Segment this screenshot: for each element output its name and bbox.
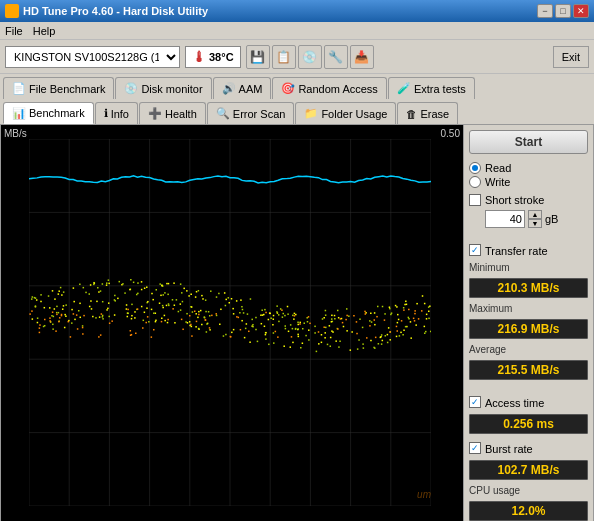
tab-erase[interactable]: 🗑 Erase (397, 102, 458, 124)
burst-rate-checkbox-box[interactable]: ✓ (469, 442, 481, 454)
aam-label: AAM (239, 83, 263, 95)
file-benchmark-label: File Benchmark (29, 83, 105, 95)
stroke-value-input[interactable] (485, 210, 525, 228)
burst-rate-value: 102.7 MB/s (469, 460, 588, 480)
tab-disk-monitor[interactable]: 💿 Disk monitor (115, 77, 211, 99)
toolbar-btn-4[interactable]: 🔧 (324, 45, 348, 69)
burst-rate-checkbox[interactable]: ✓ Burst rate (469, 440, 588, 455)
toolbar-icons: 💾 📋 💿 🔧 📥 (246, 45, 374, 69)
thermometer-icon: 🌡 (192, 49, 206, 65)
app-title: HD Tune Pro 4.60 - Hard Disk Utility (23, 5, 208, 17)
burst-rate-label: Burst rate (485, 443, 533, 455)
title-controls: − □ ✕ (537, 4, 589, 18)
folder-usage-icon: 📁 (304, 107, 318, 120)
write-label: Write (485, 176, 510, 188)
tabs-row1: 📄 File Benchmark 💿 Disk monitor 🔊 AAM 🎯 … (0, 74, 594, 99)
extra-tests-icon: 🧪 (397, 82, 411, 95)
transfer-rate-checkbox[interactable]: ✓ Transfer rate (469, 242, 588, 257)
benchmark-label: Benchmark (29, 107, 85, 119)
right-panel: Start Read Write Short stroke ▲ ▼ gB (463, 125, 593, 521)
tab-file-benchmark[interactable]: 📄 File Benchmark (3, 77, 114, 99)
stroke-up-button[interactable]: ▲ (528, 210, 542, 219)
menu-help[interactable]: Help (33, 25, 56, 37)
access-time-value: 0.256 ms (469, 414, 588, 434)
short-stroke-checkbox[interactable]: Short stroke (469, 194, 588, 206)
benchmark-chart (29, 139, 431, 506)
drive-selector[interactable]: KINGSTON SV100S2128G (128 gB) (5, 46, 180, 68)
benchmark-icon: 📊 (12, 107, 26, 120)
cpu-usage-value: 12.0% (469, 501, 588, 521)
erase-icon: 🗑 (406, 108, 417, 120)
stroke-down-button[interactable]: ▼ (528, 219, 542, 228)
tab-benchmark[interactable]: 📊 Benchmark (3, 102, 94, 124)
temperature-display: 🌡 38°C (185, 46, 241, 68)
access-time-checkbox-box[interactable]: ✓ (469, 396, 481, 408)
menu-bar: File Help (0, 22, 594, 40)
read-radio[interactable]: Read (469, 162, 588, 174)
app-icon (5, 4, 19, 18)
disk-monitor-icon: 💿 (124, 82, 138, 95)
maximum-value: 216.9 MB/s (469, 319, 588, 339)
chart-y-label-left: MB/s (4, 128, 27, 139)
temperature-value: 38°C (209, 51, 234, 63)
stroke-input-row: ▲ ▼ gB (485, 210, 588, 228)
title-bar: HD Tune Pro 4.60 - Hard Disk Utility − □… (0, 0, 594, 22)
average-label: Average (469, 344, 588, 355)
chart-y-label-right: 0.50 (441, 128, 460, 139)
transfer-rate-label: Transfer rate (485, 245, 548, 257)
short-stroke-checkbox-box[interactable] (469, 194, 481, 206)
tab-error-scan[interactable]: 🔍 Error Scan (207, 102, 295, 124)
tab-info[interactable]: ℹ Info (95, 102, 138, 124)
chart-area: MB/s 0.50 um (1, 125, 463, 521)
tab-health[interactable]: ➕ Health (139, 102, 206, 124)
read-radio-circle[interactable] (469, 162, 481, 174)
error-scan-label: Error Scan (233, 108, 286, 120)
toolbar-btn-3[interactable]: 💿 (298, 45, 322, 69)
tab-aam[interactable]: 🔊 AAM (213, 77, 272, 99)
read-write-group: Read Write (469, 162, 588, 188)
folder-usage-label: Folder Usage (321, 108, 387, 120)
cpu-usage-label: CPU usage (469, 485, 588, 496)
tabs-row2: 📊 Benchmark ℹ Info ➕ Health 🔍 Error Scan… (0, 99, 594, 124)
file-benchmark-icon: 📄 (12, 82, 26, 95)
menu-file[interactable]: File (5, 25, 23, 37)
tab-extra-tests[interactable]: 🧪 Extra tests (388, 77, 475, 99)
maximum-label: Maximum (469, 303, 588, 314)
watermark: um (417, 489, 431, 500)
toolbar-btn-2[interactable]: 📋 (272, 45, 296, 69)
start-button[interactable]: Start (469, 130, 588, 154)
maximize-button[interactable]: □ (555, 4, 571, 18)
tab-folder-usage[interactable]: 📁 Folder Usage (295, 102, 396, 124)
toolbar-btn-5[interactable]: 📥 (350, 45, 374, 69)
health-label: Health (165, 108, 197, 120)
write-radio-circle[interactable] (469, 176, 481, 188)
random-access-label: Random Access (298, 83, 377, 95)
minimum-label: Minimum (469, 262, 588, 273)
short-stroke-label: Short stroke (485, 194, 544, 206)
stroke-spinner: ▲ ▼ (528, 210, 542, 228)
aam-icon: 🔊 (222, 82, 236, 95)
main-content: MB/s 0.50 um Start Read Write Short stro… (0, 124, 594, 521)
info-label: Info (111, 108, 129, 120)
stroke-unit: gB (545, 213, 558, 225)
access-time-label: Access time (485, 397, 544, 409)
write-radio[interactable]: Write (469, 176, 588, 188)
erase-label: Erase (420, 108, 449, 120)
close-button[interactable]: ✕ (573, 4, 589, 18)
extra-tests-label: Extra tests (414, 83, 466, 95)
random-access-icon: 🎯 (281, 82, 295, 95)
toolbar-btn-1[interactable]: 💾 (246, 45, 270, 69)
health-icon: ➕ (148, 107, 162, 120)
access-time-checkbox[interactable]: ✓ Access time (469, 394, 588, 409)
toolbar: KINGSTON SV100S2128G (128 gB) 🌡 38°C 💾 📋… (0, 40, 594, 74)
title-bar-left: HD Tune Pro 4.60 - Hard Disk Utility (5, 4, 208, 18)
info-icon: ℹ (104, 107, 108, 120)
tab-random-access[interactable]: 🎯 Random Access (272, 77, 386, 99)
average-value: 215.5 MB/s (469, 360, 588, 380)
read-label: Read (485, 162, 511, 174)
minimize-button[interactable]: − (537, 4, 553, 18)
error-scan-icon: 🔍 (216, 107, 230, 120)
transfer-rate-checkbox-box[interactable]: ✓ (469, 244, 481, 256)
minimum-value: 210.3 MB/s (469, 278, 588, 298)
exit-button[interactable]: Exit (553, 46, 589, 68)
